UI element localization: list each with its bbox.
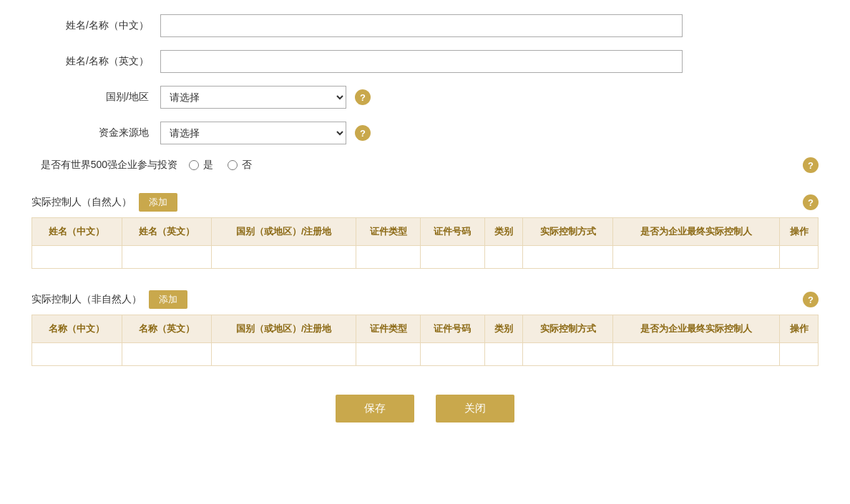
fortune500-no-radio[interactable] [228, 160, 238, 170]
nnp-empty-cell-7 [523, 343, 613, 366]
np-col-cert-no: 证件号码 [421, 218, 485, 246]
fortune500-radio-group: 是 否 [189, 159, 252, 172]
np-col-ultimate-control: 是否为企业最终实际控制人 [613, 218, 780, 246]
non-natural-person-empty-row [32, 343, 819, 366]
nnp-col-control-method: 实际控制方式 [523, 315, 613, 343]
nnp-col-category: 类别 [484, 315, 523, 343]
np-col-cert-type: 证件类型 [356, 218, 421, 246]
fund-source-help-icon[interactable]: ? [355, 125, 371, 141]
name-en-input[interactable] [160, 50, 683, 73]
non-natural-person-help-icon[interactable]: ? [803, 292, 819, 307]
natural-person-add-button[interactable]: 添加 [139, 193, 177, 212]
nnp-col-name-cn: 名称（中文） [32, 315, 122, 343]
non-natural-person-title: 实际控制人（非自然人） [31, 293, 142, 306]
nnp-col-operation: 操作 [780, 315, 819, 343]
fortune500-help-icon[interactable]: ? [803, 157, 819, 173]
nnp-empty-cell-1 [32, 343, 122, 366]
fortune500-yes-radio[interactable] [189, 160, 199, 170]
country-row: 国别/地区 请选择 ? [31, 86, 819, 109]
np-empty-cell-4 [356, 246, 421, 269]
nnp-empty-cell-8 [613, 343, 780, 366]
np-empty-cell-7 [523, 246, 613, 269]
np-empty-cell-9 [780, 246, 819, 269]
non-natural-person-table: 名称（中文） 名称（英文） 国别（或地区）/注册地 证件类型 证件号码 类别 实… [31, 315, 819, 366]
np-empty-cell-2 [122, 246, 212, 269]
name-cn-input[interactable] [160, 14, 683, 37]
nnp-empty-cell-5 [421, 343, 485, 366]
natural-person-title: 实际控制人（自然人） [31, 196, 132, 209]
fund-source-label: 资金来源地 [31, 127, 160, 139]
nnp-empty-cell-3 [212, 343, 356, 366]
footer-buttons: 保存 关闭 [31, 395, 819, 423]
natural-person-table-header-row: 姓名（中文） 姓名（英文） 国别（或地区）/注册地 证件类型 证件号码 类别 实… [32, 218, 819, 246]
non-natural-person-table-header-row: 名称（中文） 名称（英文） 国别（或地区）/注册地 证件类型 证件号码 类别 实… [32, 315, 819, 343]
country-select[interactable]: 请选择 [160, 86, 346, 109]
natural-person-table: 姓名（中文） 姓名（英文） 国别（或地区）/注册地 证件类型 证件号码 类别 实… [31, 217, 819, 269]
fund-source-select[interactable]: 请选择 [160, 122, 346, 144]
nnp-col-name-en: 名称（英文） [122, 315, 212, 343]
nnp-col-country: 国别（或地区）/注册地 [212, 315, 356, 343]
nnp-empty-cell-6 [484, 343, 523, 366]
fortune500-row: 是否有世界500强企业参与投资 是 否 ? [31, 157, 819, 173]
np-empty-cell-1 [32, 246, 122, 269]
save-button[interactable]: 保存 [336, 395, 414, 423]
np-col-operation: 操作 [780, 218, 819, 246]
fortune500-yes-option[interactable]: 是 [189, 159, 213, 172]
close-button[interactable]: 关闭 [436, 395, 514, 423]
nnp-col-cert-type: 证件类型 [356, 315, 421, 343]
nnp-col-ultimate-control: 是否为企业最终实际控制人 [613, 315, 780, 343]
nnp-empty-cell-4 [356, 343, 421, 366]
country-help-icon[interactable]: ? [355, 89, 371, 105]
fortune500-no-option[interactable]: 否 [228, 159, 252, 172]
non-natural-person-section-header: 实际控制人（非自然人） 添加 ? [31, 283, 819, 313]
np-col-country: 国别（或地区）/注册地 [212, 218, 356, 246]
name-en-row: 姓名/名称（英文） [31, 50, 819, 73]
np-col-name-en: 姓名（英文） [122, 218, 212, 246]
country-label: 国别/地区 [31, 91, 160, 104]
non-natural-person-table-wrapper: 名称（中文） 名称（英文） 国别（或地区）/注册地 证件类型 证件号码 类别 实… [31, 315, 819, 366]
nnp-empty-cell-9 [780, 343, 819, 366]
form-section: 姓名/名称（中文） 姓名/名称（英文） 国别/地区 请选择 ? 资金来源地 请选… [31, 14, 819, 423]
np-empty-cell-8 [613, 246, 780, 269]
non-natural-person-add-button[interactable]: 添加 [149, 290, 187, 309]
np-col-category: 类别 [484, 218, 523, 246]
np-empty-cell-6 [484, 246, 523, 269]
natural-person-empty-row [32, 246, 819, 269]
nnp-col-cert-no: 证件号码 [421, 315, 485, 343]
natural-person-table-wrapper: 姓名（中文） 姓名（英文） 国别（或地区）/注册地 证件类型 证件号码 类别 实… [31, 217, 819, 269]
np-empty-cell-3 [212, 246, 356, 269]
fortune500-label: 是否有世界500强企业参与投资 [31, 159, 189, 172]
natural-person-section-header: 实际控制人（自然人） 添加 ? [31, 186, 819, 216]
fund-source-row: 资金来源地 请选择 ? [31, 122, 819, 144]
natural-person-help-icon[interactable]: ? [803, 194, 819, 210]
name-cn-label: 姓名/名称（中文） [31, 19, 160, 32]
np-col-control-method: 实际控制方式 [523, 218, 613, 246]
nnp-empty-cell-2 [122, 343, 212, 366]
name-cn-row: 姓名/名称（中文） [31, 14, 819, 37]
fortune500-no-label: 否 [242, 159, 252, 172]
np-empty-cell-5 [421, 246, 485, 269]
np-col-name-cn: 姓名（中文） [32, 218, 122, 246]
name-en-label: 姓名/名称（英文） [31, 55, 160, 68]
fortune500-yes-label: 是 [203, 159, 213, 172]
